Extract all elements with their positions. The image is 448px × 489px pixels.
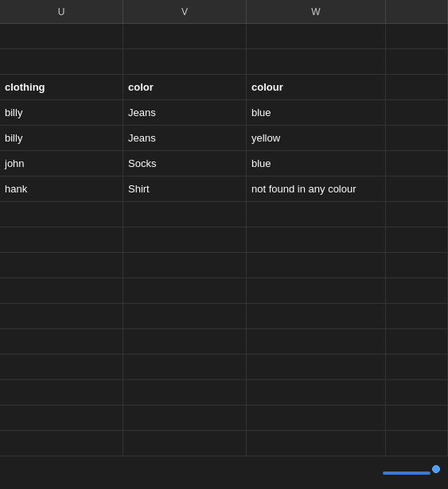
column-headers: U V W <box>0 0 448 24</box>
cell-v-11[interactable] <box>123 278 247 303</box>
cell-w-6[interactable]: blue <box>247 151 386 176</box>
cell-u-16[interactable] <box>0 406 123 430</box>
cell-v-9[interactable] <box>123 227 247 252</box>
cell-w-3[interactable]: colour <box>247 75 386 99</box>
cell-x-6[interactable] <box>386 151 448 176</box>
cell-u-5[interactable]: billy <box>0 126 123 150</box>
table-row[interactable]: billyJeansblue <box>0 100 448 126</box>
cell-w-16[interactable] <box>247 406 386 430</box>
table-row[interactable]: clothingcolorcolour <box>0 75 448 100</box>
cell-u-3[interactable]: clothing <box>0 75 123 99</box>
cell-u-8[interactable] <box>0 202 123 227</box>
col-header-x[interactable] <box>386 0 448 23</box>
cell-x-12[interactable] <box>386 304 448 328</box>
cell-w-14[interactable] <box>247 355 386 379</box>
table-row[interactable]: hankShirtnot found in any colour <box>0 177 448 202</box>
table-row[interactable] <box>0 278 448 304</box>
cell-x-7[interactable] <box>386 177 448 201</box>
scroll-corner-handle[interactable] <box>432 465 440 473</box>
table-row[interactable] <box>0 355 448 380</box>
cell-w-1[interactable] <box>247 24 386 49</box>
table-row[interactable] <box>0 202 448 227</box>
table-row[interactable] <box>0 227 448 253</box>
cell-v-3[interactable]: color <box>123 75 247 99</box>
cell-x-4[interactable] <box>386 100 448 125</box>
cell-x-5[interactable] <box>386 126 448 150</box>
cell-v-14[interactable] <box>123 355 247 379</box>
cell-u-1[interactable] <box>0 24 123 49</box>
cell-u-7[interactable]: hank <box>0 177 123 201</box>
cell-u-2[interactable] <box>0 49 123 74</box>
cell-w-7[interactable]: not found in any colour <box>247 177 386 201</box>
cell-u-4[interactable]: billy <box>0 100 123 125</box>
cell-x-11[interactable] <box>386 278 448 303</box>
cell-x-3[interactable] <box>386 75 448 99</box>
cell-w-13[interactable] <box>247 329 386 354</box>
col-header-w[interactable]: W <box>247 0 386 23</box>
cell-v-4[interactable]: Jeans <box>123 100 247 125</box>
table-row[interactable]: johnSocksblue <box>0 151 448 177</box>
cell-v-2[interactable] <box>123 49 247 74</box>
cell-x-10[interactable] <box>386 253 448 277</box>
cell-x-1[interactable] <box>386 24 448 49</box>
cell-w-17[interactable] <box>247 431 386 456</box>
cell-x-13[interactable] <box>386 329 448 354</box>
cell-v-16[interactable] <box>123 406 247 430</box>
table-row[interactable] <box>0 49 448 75</box>
table-row[interactable]: billyJeansyellow <box>0 126 448 151</box>
cell-w-15[interactable] <box>247 380 386 405</box>
cell-v-15[interactable] <box>123 380 247 405</box>
table-row[interactable] <box>0 380 448 406</box>
cell-x-14[interactable] <box>386 355 448 379</box>
cell-u-11[interactable] <box>0 278 123 303</box>
cell-w-11[interactable] <box>247 278 386 303</box>
cell-x-17[interactable] <box>386 431 448 456</box>
table-row[interactable] <box>0 24 448 49</box>
cell-u-9[interactable] <box>0 227 123 252</box>
cell-v-1[interactable] <box>123 24 247 49</box>
cell-v-17[interactable] <box>123 431 247 456</box>
col-header-u[interactable]: U <box>0 0 123 23</box>
cell-v-7[interactable]: Shirt <box>123 177 247 201</box>
col-header-v[interactable]: V <box>123 0 247 23</box>
cell-v-8[interactable] <box>123 202 247 227</box>
cell-u-14[interactable] <box>0 355 123 379</box>
spreadsheet: U V W clothingcolorcolourbillyJeansblueb… <box>0 0 448 489</box>
cell-w-9[interactable] <box>247 227 386 252</box>
cell-w-4[interactable]: blue <box>247 100 386 125</box>
table-row[interactable] <box>0 253 448 278</box>
cell-u-17[interactable] <box>0 431 123 456</box>
cell-w-12[interactable] <box>247 304 386 328</box>
cell-u-10[interactable] <box>0 253 123 277</box>
cell-x-15[interactable] <box>386 380 448 405</box>
cell-u-6[interactable]: john <box>0 151 123 176</box>
cell-x-9[interactable] <box>386 227 448 252</box>
cell-w-2[interactable] <box>247 49 386 74</box>
cell-w-8[interactable] <box>247 202 386 227</box>
cell-w-10[interactable] <box>247 253 386 277</box>
cell-v-6[interactable]: Socks <box>123 151 247 176</box>
cell-x-2[interactable] <box>386 49 448 74</box>
cell-u-12[interactable] <box>0 304 123 328</box>
table-row[interactable] <box>0 329 448 355</box>
cell-x-16[interactable] <box>386 406 448 430</box>
table-row[interactable] <box>0 406 448 431</box>
cell-x-8[interactable] <box>386 202 448 227</box>
cell-u-15[interactable] <box>0 380 123 405</box>
cell-v-10[interactable] <box>123 253 247 277</box>
table-row[interactable] <box>0 431 448 456</box>
cell-v-13[interactable] <box>123 329 247 354</box>
cell-v-12[interactable] <box>123 304 247 328</box>
cell-u-13[interactable] <box>0 329 123 354</box>
grid: clothingcolorcolourbillyJeansbluebillyJe… <box>0 24 448 456</box>
horizontal-scrollbar[interactable] <box>383 472 430 475</box>
table-row[interactable] <box>0 304 448 329</box>
cell-v-5[interactable]: Jeans <box>123 126 247 150</box>
cell-w-5[interactable]: yellow <box>247 126 386 150</box>
